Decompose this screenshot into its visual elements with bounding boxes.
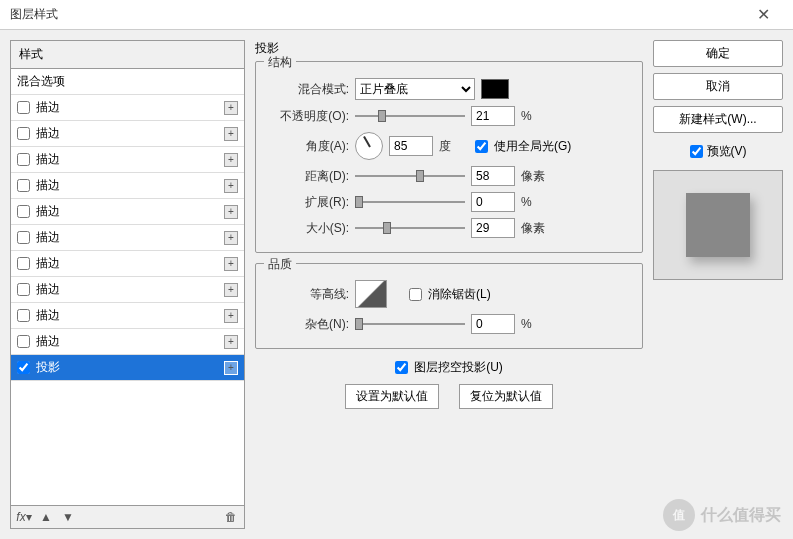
plus-icon[interactable]: + <box>224 257 238 271</box>
sidebar-item-6[interactable]: 描边+ <box>11 251 244 277</box>
sidebar-item-checkbox[interactable] <box>17 335 30 348</box>
down-icon[interactable]: ▼ <box>61 510 75 524</box>
sidebar-item-checkbox[interactable] <box>17 127 30 140</box>
preview-checkbox[interactable] <box>690 145 703 158</box>
right-panel: 确定 取消 新建样式(W)... 预览(V) <box>653 40 783 529</box>
sidebar-item-checkbox[interactable] <box>17 361 30 374</box>
plus-icon[interactable]: + <box>224 283 238 297</box>
size-input[interactable] <box>471 218 515 238</box>
sidebar-list: 混合选项 描边+描边+描边+描边+描边+描边+描边+描边+描边+描边+投影+ <box>11 69 244 505</box>
sidebar-item-checkbox[interactable] <box>17 257 30 270</box>
angle-dial[interactable] <box>355 132 383 160</box>
antialias-checkbox[interactable] <box>409 288 422 301</box>
sidebar-item-label: 描边 <box>36 307 224 324</box>
plus-icon[interactable]: + <box>224 101 238 115</box>
sidebar-blend-options[interactable]: 混合选项 <box>11 69 244 95</box>
sidebar-item-label: 描边 <box>36 281 224 298</box>
structure-group: 结构 混合模式: 正片叠底 不透明度(O): % 角度(A): 度 使用全局光(… <box>255 61 643 253</box>
plus-icon[interactable]: + <box>224 127 238 141</box>
quality-group: 品质 等高线: 消除锯齿(L) 杂色(N): % <box>255 263 643 349</box>
reset-default-button[interactable]: 复位为默认值 <box>459 384 553 409</box>
sidebar-item-checkbox[interactable] <box>17 309 30 322</box>
sidebar-footer: fx▾ ▲ ▼ 🗑 <box>11 505 244 528</box>
sidebar-item-label: 描边 <box>36 255 224 272</box>
sidebar-item-checkbox[interactable] <box>17 179 30 192</box>
spread-input[interactable] <box>471 192 515 212</box>
blend-mode-select[interactable]: 正片叠底 <box>355 78 475 100</box>
sidebar-item-3[interactable]: 描边+ <box>11 173 244 199</box>
sidebar-item-checkbox[interactable] <box>17 205 30 218</box>
fx-icon[interactable]: fx▾ <box>17 510 31 524</box>
sidebar-item-checkbox[interactable] <box>17 101 30 114</box>
sidebar-item-10[interactable]: 投影+ <box>11 355 244 381</box>
main: 样式 混合选项 描边+描边+描边+描边+描边+描边+描边+描边+描边+描边+投影… <box>0 30 793 539</box>
new-style-button[interactable]: 新建样式(W)... <box>653 106 783 133</box>
opacity-input[interactable] <box>471 106 515 126</box>
knockout-checkbox[interactable] <box>395 361 408 374</box>
distance-slider[interactable] <box>355 168 465 184</box>
sidebar-item-7[interactable]: 描边+ <box>11 277 244 303</box>
angle-input[interactable] <box>389 136 433 156</box>
sidebar-item-label: 投影 <box>36 359 224 376</box>
noise-slider[interactable] <box>355 316 465 332</box>
sidebar-item-4[interactable]: 描边+ <box>11 199 244 225</box>
sidebar-item-5[interactable]: 描边+ <box>11 225 244 251</box>
sidebar-item-0[interactable]: 描边+ <box>11 95 244 121</box>
trash-icon[interactable]: 🗑 <box>224 510 238 524</box>
up-icon[interactable]: ▲ <box>39 510 53 524</box>
watermark: 值 什么值得买 <box>663 499 781 531</box>
sidebar-item-2[interactable]: 描边+ <box>11 147 244 173</box>
sidebar-item-label: 描边 <box>36 333 224 350</box>
sidebar-header: 样式 <box>11 41 244 69</box>
sidebar-item-checkbox[interactable] <box>17 153 30 166</box>
sidebar: 样式 混合选项 描边+描边+描边+描边+描边+描边+描边+描边+描边+描边+投影… <box>10 40 245 529</box>
plus-icon[interactable]: + <box>224 335 238 349</box>
sidebar-item-label: 描边 <box>36 99 224 116</box>
plus-icon[interactable]: + <box>224 153 238 167</box>
plus-icon[interactable]: + <box>224 179 238 193</box>
close-icon[interactable]: ✕ <box>743 5 783 24</box>
contour-picker[interactable] <box>355 280 387 308</box>
sidebar-item-label: 描边 <box>36 203 224 220</box>
size-slider[interactable] <box>355 220 465 236</box>
sidebar-item-checkbox[interactable] <box>17 283 30 296</box>
titlebar: 图层样式 ✕ <box>0 0 793 30</box>
color-swatch[interactable] <box>481 79 509 99</box>
distance-input[interactable] <box>471 166 515 186</box>
cancel-button[interactable]: 取消 <box>653 73 783 100</box>
opacity-slider[interactable] <box>355 108 465 124</box>
sidebar-item-checkbox[interactable] <box>17 231 30 244</box>
preview-swatch <box>686 193 750 257</box>
sidebar-item-label: 描边 <box>36 125 224 142</box>
spread-slider[interactable] <box>355 194 465 210</box>
noise-input[interactable] <box>471 314 515 334</box>
sidebar-item-1[interactable]: 描边+ <box>11 121 244 147</box>
sidebar-item-label: 描边 <box>36 229 224 246</box>
plus-icon[interactable]: + <box>224 231 238 245</box>
plus-icon[interactable]: + <box>224 361 238 375</box>
preview-box <box>653 170 783 280</box>
make-default-button[interactable]: 设置为默认值 <box>345 384 439 409</box>
ok-button[interactable]: 确定 <box>653 40 783 67</box>
plus-icon[interactable]: + <box>224 309 238 323</box>
window-title: 图层样式 <box>10 6 743 23</box>
sidebar-item-label: 描边 <box>36 151 224 168</box>
sidebar-item-label: 描边 <box>36 177 224 194</box>
panel-title: 投影 <box>255 41 279 55</box>
sidebar-item-9[interactable]: 描边+ <box>11 329 244 355</box>
plus-icon[interactable]: + <box>224 205 238 219</box>
center-panel: 投影 结构 混合模式: 正片叠底 不透明度(O): % 角度(A): 度 使 <box>255 40 643 529</box>
global-light-checkbox[interactable] <box>475 140 488 153</box>
sidebar-item-8[interactable]: 描边+ <box>11 303 244 329</box>
